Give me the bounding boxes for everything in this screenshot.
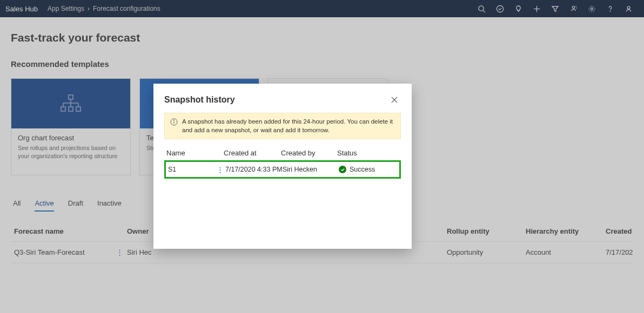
snapshot-status-cell: Success <box>350 166 375 173</box>
snap-col-created: Created at <box>224 149 281 157</box>
snapshot-row[interactable]: S1 ⋮ 7/17/2020 4:33 PM Siri Hecken Succe… <box>164 160 401 179</box>
info-banner: A snapshot has already been added for th… <box>164 113 401 139</box>
snapshot-created-cell: 7/17/2020 4:33 PM <box>225 166 283 173</box>
success-icon <box>339 166 346 173</box>
snapshot-by-cell: Siri Hecken <box>283 166 339 173</box>
info-text: A snapshot has already been added for th… <box>182 118 395 134</box>
svg-point-23 <box>174 120 175 121</box>
info-icon <box>170 118 178 128</box>
close-icon[interactable] <box>388 93 401 106</box>
snapshot-table-header: Name Created at Created by Status <box>164 149 401 157</box>
modal-title: Snapshot history <box>164 95 388 105</box>
snap-col-status: Status <box>337 149 399 157</box>
snapshot-name-cell: S1 <box>168 166 217 173</box>
snap-col-by: Created by <box>281 149 337 157</box>
snap-col-name: Name <box>166 149 224 157</box>
snapshot-history-dialog: Snapshot history A snapshot has already … <box>153 84 412 249</box>
snapshot-row-more-icon[interactable]: ⋮ <box>217 166 225 174</box>
